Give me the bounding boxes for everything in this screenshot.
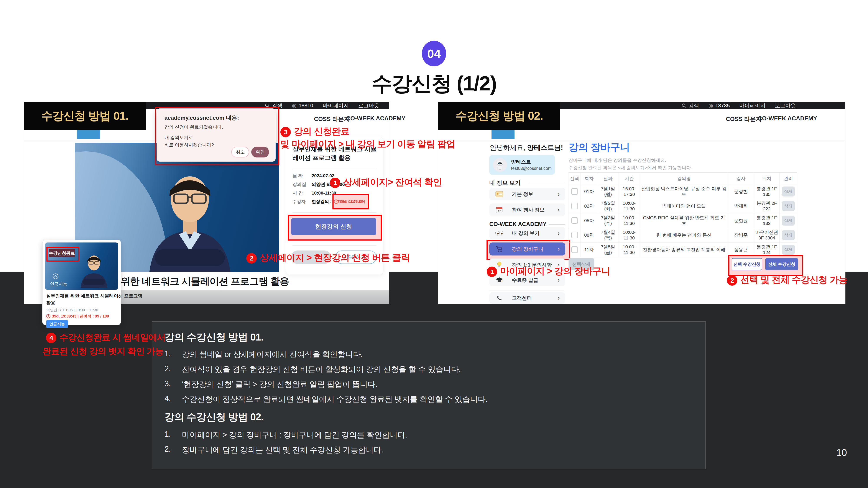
delete-button[interactable]: 삭제	[782, 216, 795, 226]
page-number: 10	[836, 447, 847, 458]
badge-highlight-box	[46, 247, 80, 262]
category-tag: 인공지능	[46, 320, 68, 328]
popup-confirm-button[interactable]: 확인	[251, 147, 269, 158]
info-row-date: 날 짜2024.07.02	[292, 173, 334, 179]
instructions-title-1: 강의 수강신청 방법 01.	[164, 330, 264, 344]
thumbnail-meta: 의양관 B1F B06 | 10:00 ~ 11:30	[46, 307, 98, 313]
profile-name: 양테스트	[511, 159, 531, 165]
sidebar-item-lecture-cart[interactable]: 강의 장바구니 ›	[489, 242, 565, 256]
page-title: 수강신청 (1/2)	[0, 70, 868, 97]
eyes-icon	[495, 231, 504, 235]
logout-link[interactable]: 로그아웃	[775, 102, 796, 109]
sidebar-item-support[interactable]: 고객센터 ›	[489, 292, 565, 304]
note-1-right: 1마이페이지 > 강의 장바구니	[487, 265, 610, 277]
instruction-item: 2.장바구니에 담긴 강의는 선택 및 전체 수강신청 가능합니다.	[164, 445, 383, 455]
instruction-item: 2.잔여석이 있을 경우 현장강의 신청 버튼이 활성화되어 강의 신청을 할 …	[164, 364, 461, 375]
calendar-icon: 17	[495, 206, 504, 213]
left-nav-lounge[interactable]: COSS 라운지	[314, 115, 350, 123]
target-icon: ◎	[292, 103, 297, 109]
row-checkbox[interactable]	[571, 203, 578, 209]
robot-avatar	[493, 158, 507, 172]
thumbnail-title-line2: 활용	[46, 300, 55, 306]
chevron-right-icon: ›	[558, 206, 560, 213]
row-checkbox[interactable]	[571, 247, 578, 253]
popup-message-1: 강의 신청이 완료되었습니다.	[164, 124, 223, 130]
left-active-tab-indicator	[77, 130, 100, 139]
profile-email: test03@cossnet.com	[511, 166, 552, 171]
popup-message-3: 바로 이동하시겠습니까?	[164, 142, 214, 148]
sidebar-item-basic-info[interactable]: 기본 정보 ›	[489, 188, 565, 200]
section-line	[529, 183, 565, 183]
note-1-left: 1상세페이지> 잔여석 확인	[330, 176, 442, 188]
greeting: 안녕하세요, 양테스트님!	[490, 143, 563, 152]
note-4-line1: 4수강신청완료 시 썸네일에서	[46, 331, 165, 343]
card-divider-2	[292, 212, 376, 213]
right-active-tab-indicator	[492, 130, 515, 139]
apply-all-button[interactable]: 전체 수강신청	[765, 258, 798, 270]
delete-button[interactable]: 삭제	[782, 187, 795, 196]
visitor-counter: ◎ 18810	[292, 103, 313, 109]
popup-message-2: 내 강의보기로	[164, 134, 193, 140]
visitor-counter: ◎ 18785	[709, 103, 730, 109]
slide-canvas: 04 수강신청 (1/2) 검색 ◎ 18810 마이페이지 로그아웃 COSS…	[0, 0, 868, 488]
popup-cancel-button[interactable]: 취소	[231, 147, 249, 158]
onsite-apply-button[interactable]: 현장강의 신청	[291, 218, 376, 235]
chevron-right-icon: ›	[558, 277, 560, 284]
cart-description: 장바구니에 내가 담은 강의들을 수강신청하세요. 수강신청 완료된 과목은 <…	[568, 157, 692, 171]
instructor-photo	[140, 163, 240, 272]
seats-remaining: 잔여석 : 227 / 230	[338, 199, 364, 204]
sidebar-section-myinfo: 내 정보 보기	[489, 179, 521, 187]
seats-highlight-box: 잔여석 : 227 / 230	[333, 194, 369, 209]
cart-icon	[495, 246, 504, 252]
left-nav-academy[interactable]: CO-WEEK ACADEMY	[346, 115, 406, 122]
row-checkbox[interactable]	[571, 188, 578, 195]
sidebar-divider	[489, 290, 565, 290]
delete-button[interactable]: 삭제	[782, 245, 795, 255]
thumbnail-category-overlay: 인공지능	[50, 281, 67, 287]
instruction-item: 3.‘현장강의 신청’ 클릭 > 강의 신청완료 알림 팝업이 뜹니다.	[164, 379, 377, 390]
browser-alert-popup: academy.cossnet.com 내용: 강의 신청이 완료되었습니다. …	[157, 108, 276, 162]
row-checkbox[interactable]	[571, 232, 578, 238]
cart-table: 선택회차 날짜시간 강의명강사 위치관리 01차7월1일(월) 16:00-17…	[568, 172, 797, 257]
apply-selected-button[interactable]: 선택 수강신청	[732, 258, 762, 270]
logout-link[interactable]: 로그아웃	[358, 102, 379, 109]
note-2-left: 2상세페이지 > 현장강의 신청 버튼 클릭	[246, 252, 410, 264]
delete-button[interactable]: 삭제	[782, 230, 795, 240]
chevron-right-icon: ›	[558, 295, 560, 301]
search-button[interactable]: 검색	[682, 102, 699, 109]
idcard-icon	[495, 191, 504, 197]
instruction-item: 1.강의 썸네일 or 상세페이지에서 잔여석을 확인합니다.	[164, 349, 363, 360]
right-nav-lounge[interactable]: COSS 라운지	[726, 115, 762, 123]
note-4-line2: 완료된 신청 강의 뱃지 확인 가능	[42, 345, 164, 357]
sidebar-item-event-info[interactable]: 17 참여 행사 정보 ›	[489, 203, 565, 216]
chevron-right-icon: ›	[558, 230, 560, 237]
svg-text:17: 17	[498, 210, 501, 212]
cart-row-2: 02차7월2일(화) 10:00-11:30빅데이터와 언어 모델 박재휘봉경관…	[568, 199, 797, 214]
instructions-panel: 강의 수강신청 방법 01. 1.강의 썸네일 or 상세페이지에서 잔여석을 …	[152, 321, 706, 469]
card-divider-3	[292, 245, 376, 246]
cart-row-4: 08차7월4일(목) 10:00-11:30한 번에 배우는 전파와 통신 장병…	[568, 228, 797, 242]
profile-card: 양테스트 test03@cossnet.com	[489, 155, 555, 174]
thumbnail-title-line1: 실무인재를 위한 네트워크 시뮬레이션 프로그램	[46, 293, 142, 299]
thumbnail-instructor	[78, 251, 110, 288]
instruction-item: 1.마이페이지 > 강의 장바구니 : 장바구니에 담긴 강의를 확인합니다.	[164, 430, 407, 440]
popup-title: academy.cossnet.com 내용:	[164, 114, 239, 122]
section-number-badge: 04	[422, 41, 446, 66]
clock-icon	[46, 314, 51, 318]
method-02-label: 수강신청 방법 02.	[438, 102, 560, 130]
delete-button[interactable]: 삭제	[782, 201, 795, 211]
sidebar-item-my-lectures[interactable]: 내 강의 보기 ›	[489, 227, 565, 239]
method-01-label: 수강신청 방법 01.	[24, 102, 146, 130]
note-3-line2: 및 마이페이지 > 내 강의 보기 이동 알림 팝업	[280, 138, 455, 150]
row-checkbox[interactable]	[571, 217, 578, 224]
thumbnail-timer: 39d, 19:39:43 | 잔여석 : 99 / 100	[46, 314, 109, 319]
course-thumbnail-card[interactable]: 인공지능 수강신청완료 실무인재를 위한 네트워크 시뮬레이션 프로그램 활용 …	[42, 240, 121, 325]
search-icon	[682, 103, 686, 108]
info-row-time: 시 간10:00-11:30	[292, 190, 336, 196]
mypage-link[interactable]: 마이페이지	[323, 102, 349, 109]
mypage-link[interactable]: 마이페이지	[739, 102, 765, 109]
card-divider-1	[292, 170, 376, 170]
graduation-cap-icon	[495, 277, 504, 283]
right-nav-academy[interactable]: CO-WEEK ACADEMY	[758, 115, 817, 122]
cart-page-title: 강의 장바구니	[568, 140, 630, 154]
